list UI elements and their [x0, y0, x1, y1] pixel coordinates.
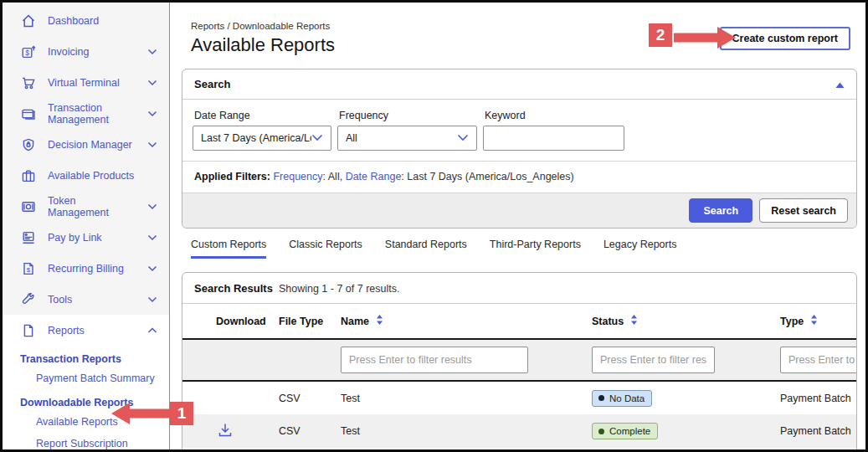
sidebar-reports-section: Reports Transaction Reports Payment Batc… — [3, 315, 169, 449]
chevron-down-icon — [147, 234, 157, 241]
date-range-label: Date Range — [194, 110, 331, 121]
annotation-2-box: 2 — [649, 23, 672, 47]
sidebar-item-available-products[interactable]: Available Products — [3, 160, 169, 191]
column-name: Name — [341, 304, 592, 339]
sidebar-item-tools[interactable]: Tools — [3, 284, 169, 315]
name-filter-input[interactable] — [341, 347, 528, 373]
status-filter-input[interactable] — [592, 347, 715, 373]
home-icon — [19, 12, 37, 29]
sidebar-item-decision-manager[interactable]: Decision Manager — [3, 129, 169, 160]
shield-icon — [19, 136, 37, 153]
keyword-input[interactable] — [483, 126, 624, 151]
annotation-1-box: 1 — [170, 402, 193, 425]
chevron-down-icon — [311, 132, 323, 144]
applied-filter-name: Frequency — [273, 171, 322, 182]
table-header-row: Download File Type Name Status Type — [182, 304, 856, 339]
status-badge: Complete — [592, 423, 658, 439]
table-row: CSV Test Complete Payment Batch — [182, 414, 856, 448]
create-custom-report-button[interactable]: Create custom report — [720, 27, 850, 50]
search-panel-footer: Search Reset search — [182, 193, 856, 228]
sidebar-item-label: Invoicing — [48, 46, 136, 58]
sidebar-item-reports[interactable]: Reports — [3, 315, 169, 346]
search-button[interactable]: Search — [689, 198, 752, 223]
sort-icon[interactable] — [810, 314, 818, 328]
annotation-2-arrow-icon — [674, 27, 736, 49]
search-panel-title: Search — [194, 78, 230, 90]
frequency-field: Frequency All — [337, 110, 477, 151]
type-filter-input[interactable] — [780, 347, 856, 373]
annotation-1-arrow-icon — [111, 403, 172, 424]
sidebar-item-pay-by-link[interactable]: Pay by Link — [3, 222, 169, 253]
cart-icon — [19, 74, 37, 91]
column-download: Download — [182, 304, 279, 339]
name-cell: Test — [341, 414, 592, 448]
chevron-down-icon — [147, 141, 157, 148]
sidebar-item-label: Token Management — [48, 195, 136, 218]
chevron-down-icon — [147, 110, 157, 117]
tab-custom-reports[interactable]: Custom Reports — [191, 239, 266, 259]
sidebar-link-report-subscription-management[interactable]: Report Subscription Management — [3, 433, 169, 449]
chevron-down-icon — [457, 132, 469, 144]
sort-icon[interactable] — [376, 314, 383, 328]
sidebar-item-virtual-terminal[interactable]: Virtual Terminal — [3, 67, 169, 98]
tab-classic-reports[interactable]: Classic Reports — [289, 239, 362, 259]
document-icon — [19, 321, 37, 339]
sort-icon[interactable] — [630, 314, 638, 328]
invoice-icon: $ — [19, 43, 37, 60]
sidebar-item-label: Decision Manager — [48, 139, 136, 151]
token-icon — [19, 198, 37, 215]
reset-search-button[interactable]: Reset search — [759, 198, 848, 223]
applied-filters-label: Applied Filters: — [194, 171, 270, 182]
date-range-select[interactable]: Last 7 Days (America/Los_A — [193, 126, 331, 151]
table-row: CSV Test No Data Payment Batch — [182, 381, 856, 414]
report-tabs: Custom Reports Classic Reports Standard … — [191, 239, 857, 259]
column-file-type: File Type — [279, 304, 341, 339]
sidebar-item-label: Dashboard — [48, 15, 157, 27]
search-results-title: Search Results — [194, 282, 273, 295]
tab-legacy-reports[interactable]: Legacy Reports — [603, 239, 677, 259]
card-icon — [19, 105, 37, 122]
type-cell: Payment Batch — [780, 414, 856, 448]
svg-text:$: $ — [25, 48, 29, 56]
filter-row — [182, 339, 856, 381]
svg-text:$: $ — [26, 265, 30, 273]
chevron-down-icon — [147, 296, 157, 303]
results-table: Download File Type Name Status Type — [182, 304, 856, 448]
search-results-summary: Showing 1 - 7 of 7 results. — [279, 283, 400, 295]
download-icon[interactable] — [216, 430, 234, 442]
sidebar-item-label: Transaction Management — [48, 102, 136, 126]
status-dot-icon — [598, 429, 604, 434]
sidebar-item-invoicing[interactable]: $ Invoicing — [3, 36, 169, 67]
sidebar-item-transaction-management[interactable]: Transaction Management — [3, 98, 169, 129]
sidebar-main-nav: Dashboard $ Invoicing Virtual Terminal — [3, 3, 169, 315]
sidebar: Dashboard $ Invoicing Virtual Terminal — [3, 3, 170, 449]
frequency-label: Frequency — [339, 110, 477, 121]
collapse-icon[interactable] — [835, 77, 845, 92]
search-results-panel: Search ResultsShowing 1 - 7 of 7 results… — [182, 272, 857, 452]
billing-icon: $ — [19, 259, 37, 277]
chevron-down-icon — [147, 203, 157, 210]
sidebar-item-label: Reports — [48, 325, 136, 336]
applied-filters: Applied Filters: Frequency: All, Date Ra… — [182, 161, 856, 193]
sidebar-item-dashboard[interactable]: Dashboard — [3, 5, 169, 36]
status-dot-icon — [598, 395, 604, 401]
paylink-icon — [19, 229, 37, 246]
search-results-header: Search ResultsShowing 1 - 7 of 7 results… — [182, 273, 856, 304]
applied-filter-value: : All, — [323, 171, 343, 182]
main-content: Reports / Downloadable Reports Available… — [170, 3, 865, 449]
tab-standard-reports[interactable]: Standard Reports — [385, 239, 467, 259]
type-cell: Payment Batch — [780, 381, 856, 414]
sidebar-item-label: Available Products — [48, 170, 157, 182]
sidebar-item-label: Virtual Terminal — [48, 77, 136, 89]
column-type: Type — [780, 304, 856, 339]
sidebar-heading-transaction-reports: Transaction Reports — [3, 346, 169, 367]
tab-third-party-reports[interactable]: Third-Party Reports — [490, 239, 581, 259]
name-cell: Test — [341, 381, 592, 414]
sidebar-item-token-management[interactable]: Token Management — [3, 191, 169, 222]
applied-filter-value: : Last 7 Days (America/Los_Angeles) — [401, 171, 573, 182]
sidebar-item-label: Pay by Link — [48, 232, 136, 244]
frequency-select[interactable]: All — [337, 126, 477, 151]
sidebar-item-recurring-billing[interactable]: $ Recurring Billing — [3, 253, 169, 284]
keyword-field: Keyword — [483, 110, 624, 151]
sidebar-link-payment-batch-summary[interactable]: Payment Batch Summary — [3, 367, 169, 389]
